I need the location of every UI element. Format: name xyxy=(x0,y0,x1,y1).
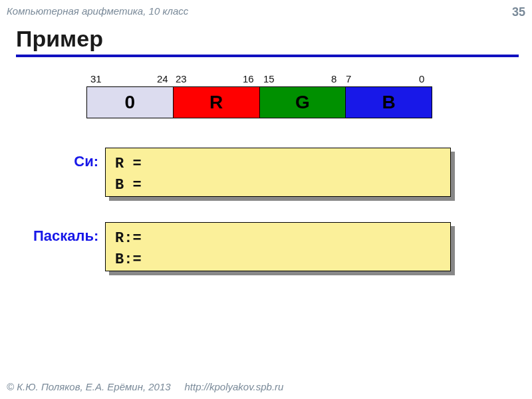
box-zero: 0 xyxy=(87,87,174,118)
subject-label: Компьютерная арифметика, 10 класс xyxy=(7,5,188,19)
footer-url: http://kpolyakov.spb.ru xyxy=(184,381,283,392)
bit-label-31: 31 xyxy=(90,73,102,84)
bit-label-24: 24 xyxy=(157,73,168,84)
code-pascal-line2: B:= xyxy=(115,249,441,271)
code-block-c-wrap: R = B = xyxy=(105,148,451,197)
box-b: B xyxy=(346,87,432,118)
code-row-c: Си: R = B = xyxy=(33,148,532,197)
bit-diagram: 31 24 23 16 15 8 7 0 0 R G B xyxy=(86,73,432,118)
bit-label-8: 8 xyxy=(331,73,336,84)
slide-header: Компьютерная арифметика, 10 класс 35 xyxy=(0,0,532,22)
code-c-line1: R = xyxy=(115,154,441,175)
code-c-line2: B = xyxy=(115,175,441,196)
code-block-c: R = B = xyxy=(105,148,451,197)
footer-copyright: © К.Ю. Поляков, Е.А. Ерёмин, 2013 xyxy=(7,381,171,392)
bit-label-23: 23 xyxy=(176,73,187,84)
code-pascal-line1: R:= xyxy=(115,228,441,249)
bit-label-15: 15 xyxy=(263,73,275,84)
box-g: G xyxy=(260,87,346,118)
code-block-pascal: R:= B:= xyxy=(105,222,451,271)
code-row-pascal: Паскаль: R:= B:= xyxy=(33,222,532,271)
page-title: Пример xyxy=(0,22,532,55)
code-label-c: Си: xyxy=(33,148,105,170)
slide-footer: © К.Ю. Поляков, Е.А. Ерёмин, 2013 http:/… xyxy=(0,376,532,399)
bit-boxes: 0 R G B xyxy=(86,86,432,118)
page-number: 35 xyxy=(512,5,525,19)
box-r: R xyxy=(174,87,260,118)
bit-label-0: 0 xyxy=(419,73,424,84)
code-block-pascal-wrap: R:= B:= xyxy=(105,222,451,271)
bit-label-7: 7 xyxy=(346,73,351,84)
bit-labels-row: 31 24 23 16 15 8 7 0 xyxy=(86,73,432,86)
code-zone: Си: R = B = Паскаль: R:= B:= xyxy=(33,148,532,271)
title-underline xyxy=(16,55,519,57)
code-label-pascal: Паскаль: xyxy=(33,222,105,245)
bit-label-16: 16 xyxy=(243,73,254,84)
